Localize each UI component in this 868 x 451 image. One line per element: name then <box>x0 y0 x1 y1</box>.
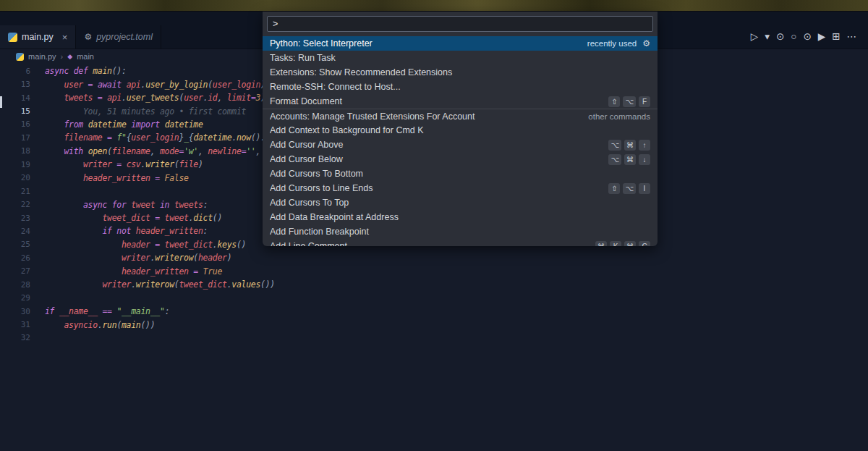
command-item[interactable]: Add Cursor Below⌥⌘↓ <box>263 152 658 167</box>
run-below-icon[interactable]: ▶ <box>818 32 825 42</box>
key-chip: K <box>610 241 621 247</box>
code-line-text: async for tweet in tweets: <box>45 200 208 210</box>
line-number: 17 <box>0 133 30 143</box>
key-chip: ⌥ <box>623 96 636 107</box>
code-line-text: writer.writerow(tweet_dict.values()) <box>45 279 275 290</box>
python-icon <box>8 33 17 42</box>
key-chip: ⌘ <box>624 140 636 151</box>
command-item[interactable]: Tasks: Run Task <box>263 51 658 65</box>
line-number: 31 <box>0 320 30 329</box>
command-item[interactable]: Format Document⇧⌥F <box>263 94 658 109</box>
breadcrumb-file[interactable]: main.py <box>28 52 56 61</box>
code-line-text: writer.writerow(header) <box>45 253 231 263</box>
line-number: 30 <box>0 307 30 316</box>
keybinding: ⌥⌘↓ <box>605 154 650 165</box>
command-item[interactable]: Add Function Breakpoint <box>263 224 658 239</box>
code-line-text: You, 51 minutes ago • first commit <box>45 106 246 117</box>
line-number: 6 <box>0 67 30 76</box>
command-item[interactable]: Extensions: Show Recommended Extensions <box>263 65 658 80</box>
tab-main.py[interactable]: main.py× <box>0 25 76 49</box>
line-number: 29 <box>0 293 30 303</box>
code-line-text: filename = f"{user_login}_{datetime.now(… <box>45 132 265 143</box>
key-chip: ⇧ <box>608 183 620 194</box>
group-label: recently used <box>587 39 637 48</box>
close-icon[interactable]: × <box>62 33 68 42</box>
key-chip: ⌘ <box>624 154 636 165</box>
line-number: 28 <box>0 280 30 290</box>
code-line[interactable]: 29 <box>0 291 868 304</box>
line-number: 19 <box>0 160 30 169</box>
code-line[interactable]: 28 writer.writerow(tweet_dict.values()) <box>0 278 868 291</box>
gear-icon: ⚙ <box>84 32 92 42</box>
chevron-right-icon: › <box>61 52 64 61</box>
command-item-label: Accounts: Manage Trusted Extensions For … <box>270 111 588 122</box>
command-item-label: Python: Select Interpreter <box>270 38 587 49</box>
run-button[interactable]: ▷ <box>751 32 758 42</box>
command-item[interactable]: Add Cursor Above⌥⌘↑ <box>263 138 658 152</box>
more-actions-icon[interactable]: ⋯ <box>847 32 857 42</box>
code-line[interactable]: 27 header_written = True <box>0 265 868 278</box>
command-item-label: Tasks: Run Task <box>270 53 650 63</box>
open-next-change-icon[interactable]: ⊙ <box>803 32 811 42</box>
key-chip: C <box>639 241 650 247</box>
code-line-text: if not header_written: <box>45 226 208 236</box>
command-item[interactable]: Add Line Comment⌘K⌘C <box>263 239 658 246</box>
command-palette: Python: Select Interpreterrecently used⚙… <box>263 12 658 246</box>
command-item[interactable]: Add Data Breakpoint at Address <box>263 210 658 224</box>
line-number: 18 <box>0 146 30 156</box>
command-item[interactable]: Accounts: Manage Trusted Extensions For … <box>263 109 658 123</box>
group-label: other commands <box>588 112 650 121</box>
code-line[interactable]: 26 writer.writerow(header) <box>0 251 868 264</box>
line-number: 15 <box>0 107 30 115</box>
command-item[interactable]: Add Cursors to Line Ends⇧⌥I <box>263 181 658 195</box>
code-line-text: asyncio.run(main()) <box>45 320 155 330</box>
key-chip: ⌥ <box>608 154 621 165</box>
code-line-text: header_written = False <box>45 173 189 183</box>
command-item[interactable]: Add Context to Background for Cmd K <box>263 123 658 138</box>
tab-list: main.py×⚙pyproject.toml <box>0 25 161 49</box>
command-list: Python: Select Interpreterrecently used⚙… <box>263 36 658 246</box>
keybinding: ⇧⌥I <box>605 183 650 194</box>
python-icon <box>16 53 24 61</box>
tab-pyproject.toml[interactable]: ⚙pyproject.toml <box>76 25 161 49</box>
key-chip: ⌘ <box>624 241 636 247</box>
key-chip: ⇧ <box>608 96 620 107</box>
split-editor-icon[interactable]: ⊞ <box>832 32 840 42</box>
code-line[interactable]: 32 <box>0 332 868 345</box>
command-item[interactable]: Add Cursors To Bottom <box>263 167 658 181</box>
command-item-label: Add Cursors to Line Ends <box>270 183 605 193</box>
code-line-text: if __name__ == "__main__": <box>45 306 169 316</box>
key-chip: ↑ <box>639 140 650 151</box>
key-chip: ⌥ <box>608 140 621 151</box>
line-number: 20 <box>0 173 30 182</box>
tab-label: pyproject.toml <box>96 32 153 42</box>
command-item-label: Format Document <box>270 96 605 106</box>
command-input[interactable] <box>267 16 653 32</box>
code-line[interactable]: 30if __name__ == "__main__": <box>0 305 868 318</box>
line-number: 14 <box>0 93 30 103</box>
open-changes-icon[interactable]: ⊙ <box>776 32 784 42</box>
line-number: 26 <box>0 253 30 263</box>
run-dropdown-icon[interactable]: ▾ <box>765 32 770 42</box>
code-line[interactable]: 31 asyncio.run(main()) <box>0 318 868 331</box>
command-item-label: Add Cursor Above <box>270 140 605 150</box>
keybinding: ⇧⌥F <box>605 96 650 107</box>
line-number: 25 <box>0 240 30 249</box>
tab-label: main.py <box>22 32 54 42</box>
code-line-text: with open(filename, mode='w', newline=''… <box>45 146 265 156</box>
key-chip: ⌘ <box>595 241 607 247</box>
command-item[interactable]: Add Cursors To Top <box>263 195 658 210</box>
line-number: 16 <box>0 119 30 129</box>
command-item[interactable]: Remote-SSH: Connect to Host... <box>263 80 658 94</box>
key-chip: F <box>639 96 650 107</box>
gear-icon[interactable]: ⚙ <box>642 38 650 49</box>
line-number: 13 <box>0 80 30 89</box>
breadcrumb-symbol[interactable]: main <box>77 52 94 61</box>
symbol-method-icon: ◆ <box>67 53 72 60</box>
code-line-text: tweets = api.user_tweets(user.id, limit=… <box>45 93 265 103</box>
command-item[interactable]: Python: Select Interpreterrecently used⚙ <box>263 36 658 51</box>
compare-icon[interactable]: ○ <box>791 32 796 42</box>
command-item-label: Add Cursors To Top <box>270 198 650 208</box>
line-number: 32 <box>0 333 30 342</box>
keybinding: ⌘K⌘C <box>592 241 650 247</box>
